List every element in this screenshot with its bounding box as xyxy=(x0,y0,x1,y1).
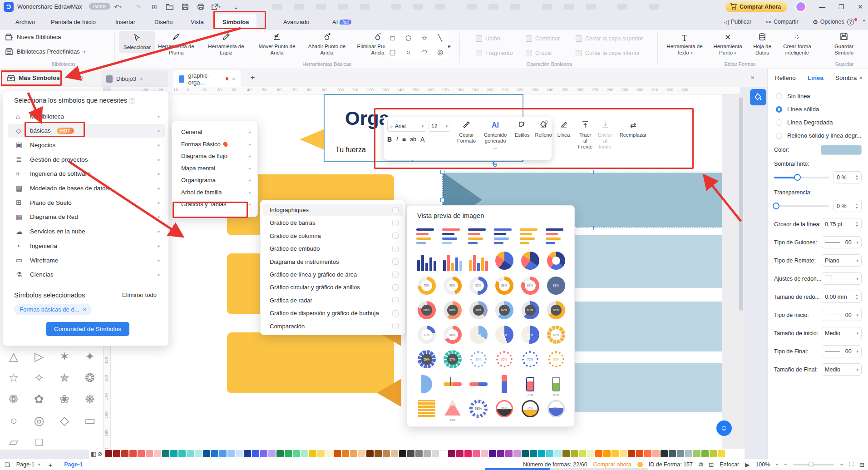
point-tool-button[interactable]: ✕ Herramienta Punto ▾ xyxy=(708,33,747,56)
chart-thumbnail-38[interactable] xyxy=(468,374,489,395)
zoom-level[interactable]: 100% xyxy=(755,461,770,468)
avatar[interactable] xyxy=(795,1,806,12)
color-swatch[interactable] xyxy=(170,450,178,457)
chart-thumbnail-27[interactable]: 45% xyxy=(494,324,515,345)
chart-thumbnail-22[interactable]: 63% xyxy=(520,300,541,321)
submenu-item-mapa-mental[interactable]: Mapa mental▸ xyxy=(176,162,255,174)
field-control[interactable]: 0.00 mm▲▼ xyxy=(822,291,862,303)
color-swatch[interactable] xyxy=(612,450,619,457)
library-shape[interactable]: ✯ xyxy=(59,371,69,385)
yellow-shape[interactable] xyxy=(227,332,394,393)
color-swatch[interactable] xyxy=(105,450,112,457)
chart-thumbnail-45[interactable]: 51% xyxy=(494,398,515,419)
selected-library-chip[interactable]: Formas básicas de d... × xyxy=(14,304,92,315)
collapse-ribbon-chevron[interactable]: ⌃ xyxy=(862,14,866,30)
field-control[interactable]: 00▾ xyxy=(822,309,862,321)
chart-menu-item-6[interactable]: Gráfico circular y gráfico de anillos xyxy=(263,281,403,293)
menu-ai[interactable]: AIhot xyxy=(325,14,359,30)
menubar-compartir[interactable]: ⚯Compartir xyxy=(766,14,799,30)
chart-thumbnail-40[interactable]: 70% xyxy=(520,374,541,395)
chart-thumbnail-1[interactable] xyxy=(442,226,463,247)
chart-thumbnail-20[interactable]: 38% xyxy=(468,300,489,321)
radio-icon[interactable] xyxy=(776,133,782,139)
chart-thumbnail-14[interactable]: 52% xyxy=(468,275,489,296)
submenu-item-diagrama-de-flujo[interactable]: Diagrama de flujo▸ xyxy=(176,150,255,162)
fullscreen-icon[interactable]: ⛶ xyxy=(849,461,853,468)
color-swatch[interactable] xyxy=(489,450,496,457)
color-swatch[interactable] xyxy=(211,450,218,457)
text-tool-button[interactable]: T Herramienta de Texto ▾ xyxy=(664,33,705,56)
chart-thumbnail-46[interactable]: 40% xyxy=(520,398,541,419)
chart-thumbnail-15[interactable]: 83% xyxy=(494,275,515,296)
chart-thumbnail-42[interactable] xyxy=(416,398,437,419)
color-swatch[interactable] xyxy=(260,450,267,457)
color-swatch[interactable] xyxy=(219,450,227,457)
color-swatch[interactable] xyxy=(669,450,676,457)
add-page-button[interactable]: + xyxy=(49,461,53,469)
chart-menu-item-8[interactable]: Gráfico de dispersión y gráfico de burbu… xyxy=(263,307,403,319)
field-control[interactable]: Medio▾ xyxy=(822,327,862,339)
color-swatch[interactable] xyxy=(661,450,668,457)
chart-thumbnail-30[interactable]: 59% xyxy=(416,349,437,370)
page-dropdown[interactable]: Page-1 xyxy=(16,461,35,468)
chart-thumbnail-31[interactable]: 57% xyxy=(442,349,463,370)
color-swatch[interactable] xyxy=(636,450,643,457)
checkbox[interactable] xyxy=(392,220,399,226)
checkbox[interactable] xyxy=(392,284,399,291)
checkbox[interactable] xyxy=(392,310,399,317)
chart-thumbnail-23[interactable]: 66% xyxy=(546,300,567,321)
chart-thumbnail-39[interactable] xyxy=(494,374,515,395)
sidebar-item-servicios-en-la-nube[interactable]: ☁Servicios en la nube▸ xyxy=(8,225,165,238)
radio-l-nea-s-lida[interactable]: Línea sólida xyxy=(776,106,868,113)
color-swatch[interactable] xyxy=(276,450,284,457)
color-swatch[interactable] xyxy=(464,450,472,457)
color-swatch[interactable] xyxy=(522,450,529,457)
color-swatch[interactable] xyxy=(187,450,194,457)
library-shape[interactable]: ❀ xyxy=(59,392,69,406)
color-swatch[interactable] xyxy=(554,450,562,457)
library-shape[interactable]: □ xyxy=(35,435,43,449)
expand-panel-chevron[interactable]: » xyxy=(751,74,755,81)
color-swatch[interactable] xyxy=(358,450,365,457)
spinner-arrows[interactable]: ▲▼ xyxy=(855,203,858,209)
chart-thumbnail-36[interactable]: 25 50 xyxy=(416,374,437,395)
color-swatch[interactable] xyxy=(579,450,586,457)
chart-thumbnail-47[interactable]: 52% xyxy=(546,398,567,419)
menubar-publicar[interactable]: ◁Publicar xyxy=(724,14,751,30)
color-swatch[interactable] xyxy=(375,450,382,457)
library-shape[interactable]: ❋ xyxy=(85,392,95,406)
chart-thumbnail-7[interactable] xyxy=(442,250,463,271)
quick-shape-icon[interactable]: ◎ xyxy=(437,48,443,56)
amber-arrow-shape[interactable] xyxy=(377,379,401,407)
color-swatch[interactable] xyxy=(473,450,480,457)
radio-icon[interactable] xyxy=(776,106,782,113)
menu-vista[interactable]: Vista xyxy=(183,14,211,30)
menu-insertar[interactable]: Insertar xyxy=(108,14,143,30)
color-swatch[interactable] xyxy=(497,450,504,457)
color-swatch[interactable] xyxy=(334,450,341,457)
color-swatch[interactable] xyxy=(317,450,325,457)
new-library-button[interactable]: Nueva Biblioteca xyxy=(5,34,61,40)
field-control[interactable]: 00▾ xyxy=(822,236,862,248)
selection-handle[interactable] xyxy=(440,198,444,202)
add-tab-button[interactable]: + xyxy=(251,74,255,82)
library-shape[interactable]: ▱ xyxy=(9,435,18,449)
help-icon[interactable]: ? xyxy=(129,98,135,104)
chart-thumbnail-18[interactable]: 80% xyxy=(416,300,437,321)
chart-thumbnail-3[interactable] xyxy=(494,226,515,247)
chart-thumbnail-13[interactable]: 45% xyxy=(442,275,463,296)
color-swatch[interactable] xyxy=(456,450,464,457)
chart-thumbnail-33[interactable]: 50% xyxy=(494,349,515,370)
color-swatch[interactable] xyxy=(513,450,521,457)
color-swatch[interactable] xyxy=(342,450,349,457)
no-fill-icon[interactable]: ⊘ xyxy=(97,450,102,457)
color-swatch[interactable] xyxy=(366,450,374,457)
menu-avanzado[interactable]: Avanzado xyxy=(276,14,317,30)
library-shape[interactable]: △ xyxy=(9,350,18,364)
menu-pantalla-de-inicio[interactable]: Pantalla de Inicio xyxy=(44,14,103,30)
color-swatch[interactable] xyxy=(407,450,414,457)
color-swatch[interactable] xyxy=(383,450,390,457)
color-swatch[interactable] xyxy=(391,450,398,457)
toolbar-more-chevron[interactable]: ⌄ xyxy=(231,2,242,12)
color-swatch[interactable] xyxy=(546,450,553,457)
